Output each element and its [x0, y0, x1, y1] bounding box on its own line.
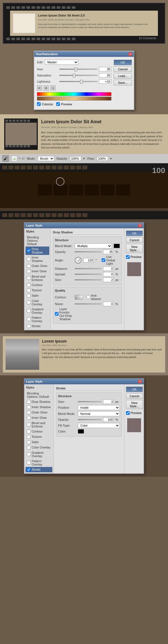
- contour-swatch[interactable]: [75, 295, 83, 299]
- texture-checkbox-2[interactable]: [27, 435, 31, 439]
- ls-sidebar-bevel-emboss[interactable]: Bevel and Emboss: [25, 274, 49, 282]
- bevel-emboss-checkbox-2[interactable]: [27, 423, 31, 426]
- hue-slider-thumb[interactable]: [74, 68, 77, 71]
- use-global-light-checkbox[interactable]: [102, 258, 105, 262]
- angle-value[interactable]: [83, 258, 94, 262]
- ls-preview-checkbox-2[interactable]: [126, 411, 130, 415]
- stroke-size-value[interactable]: [103, 399, 114, 404]
- colorize-checkbox[interactable]: [37, 102, 41, 106]
- stroke-checkbox[interactable]: [27, 324, 31, 328]
- brush-preview[interactable]: 🍃: [11, 155, 17, 162]
- size-value[interactable]: [103, 278, 114, 282]
- dialog-close-btn[interactable]: ✕: [128, 52, 132, 56]
- stroke-checkbox-2[interactable]: [27, 468, 31, 471]
- ls-sidebar-2-outer-glow[interactable]: Outer Glow: [25, 410, 52, 415]
- texture-checkbox[interactable]: [27, 289, 31, 292]
- drop-shadow-checkbox[interactable]: [27, 249, 31, 252]
- ls-new-style-button-1[interactable]: New Style...: [126, 244, 143, 253]
- ls-sidebar-2-gradient-overlay[interactable]: Gradient Overlay: [25, 450, 52, 459]
- ls-sidebar-gradient-overlay[interactable]: Gradient Overlay: [25, 307, 49, 315]
- cancel-button[interactable]: Cancel: [114, 66, 132, 72]
- saturation-slider-thumb[interactable]: [73, 74, 76, 78]
- flow-chevron[interactable]: ▶: [110, 157, 112, 160]
- opacity-chevron[interactable]: ▶: [83, 157, 85, 160]
- drop-shadow-checkbox-2[interactable]: [27, 400, 31, 404]
- ls-sidebar-2-contour[interactable]: Contour: [25, 429, 52, 434]
- canvas-area[interactable]: 100: [0, 163, 168, 219]
- ls-sidebar-color-overlay[interactable]: Color Overlay: [25, 298, 49, 307]
- hue-value-input[interactable]: [99, 67, 111, 71]
- ls-close-btn-2[interactable]: ✕: [138, 380, 142, 383]
- spread-slider[interactable]: [75, 274, 101, 275]
- ok-button[interactable]: OK: [114, 60, 132, 65]
- ls-sidebar-2-color-overlay[interactable]: Color Overlay: [25, 445, 52, 450]
- ls-sidebar-texture[interactable]: Texture: [25, 288, 49, 293]
- color-overlay-checkbox[interactable]: [27, 301, 31, 304]
- ls-ok-button-1[interactable]: OK: [126, 231, 143, 236]
- inner-shadow-checkbox[interactable]: [27, 257, 31, 261]
- lightness-value-input[interactable]: [99, 79, 111, 84]
- eyedropper-icon[interactable]: ✏: [37, 85, 42, 90]
- opacity-value[interactable]: [103, 250, 114, 254]
- size-slider[interactable]: [75, 279, 101, 280]
- stroke-color-swatch[interactable]: [78, 429, 84, 434]
- ls-sidebar-inner-shadow[interactable]: Inner Shadow: [25, 255, 49, 263]
- outer-glow-checkbox-2[interactable]: [27, 411, 31, 414]
- ls-sidebar-satin[interactable]: Satin: [25, 293, 49, 298]
- contour-checkbox[interactable]: [27, 283, 31, 287]
- satin-checkbox-2[interactable]: [27, 440, 31, 444]
- noise-slider[interactable]: [75, 303, 101, 304]
- lightness-slider[interactable]: [59, 81, 97, 82]
- ls-sidebar-blending-options[interactable]: Blending Options: Default: [25, 235, 49, 247]
- outer-glow-checkbox[interactable]: [27, 264, 31, 268]
- opacity-input[interactable]: [70, 156, 81, 161]
- gradient-overlay-checkbox[interactable]: [27, 309, 31, 313]
- edit-select[interactable]: Master: [45, 60, 78, 65]
- gradient-overlay-checkbox-2[interactable]: [27, 452, 31, 456]
- ls-sidebar-2-blending-options[interactable]: Blending Options: Default: [25, 391, 52, 399]
- ls-sidebar-2-pattern-overlay[interactable]: Pattern Overlay: [25, 459, 52, 467]
- brush-tool-icon[interactable]: 🖌: [2, 155, 9, 162]
- ls-sidebar-2-drop-shadow[interactable]: Drop Shadow: [25, 399, 52, 404]
- stroke-position-select[interactable]: Inside: [78, 405, 120, 410]
- opacity-slider[interactable]: [75, 251, 101, 252]
- stroke-fill-type-select[interactable]: Color: [78, 423, 120, 428]
- satin-checkbox[interactable]: [27, 294, 31, 297]
- layer-knocks-checkbox[interactable]: [55, 312, 59, 316]
- inner-glow-checkbox-2[interactable]: [27, 416, 31, 420]
- ls-sidebar-pattern-overlay[interactable]: Pattern Overlay: [25, 315, 49, 324]
- ls-ok-button-2[interactable]: OK: [126, 387, 143, 392]
- noise-value[interactable]: [103, 302, 114, 306]
- ls-cancel-button-1[interactable]: Cancel: [126, 237, 143, 243]
- spread-value[interactable]: [103, 272, 114, 276]
- saturation-slider[interactable]: [59, 75, 97, 76]
- ls-preview-checkbox-1[interactable]: [126, 255, 130, 259]
- anti-aliased-checkbox[interactable]: [87, 295, 90, 299]
- brush-size-chevron[interactable]: ▼: [18, 157, 21, 160]
- lightness-slider-thumb[interactable]: [80, 80, 83, 84]
- ls-close-btn[interactable]: ✕: [138, 224, 142, 227]
- ls-sidebar-2-satin[interactable]: Satin: [25, 440, 52, 445]
- ls-cancel-button-2[interactable]: Cancel: [126, 393, 143, 399]
- ls-sidebar-2-texture[interactable]: Texture: [25, 434, 52, 440]
- inner-glow-checkbox[interactable]: [27, 269, 31, 273]
- distance-value[interactable]: [103, 266, 114, 271]
- saturation-value-input[interactable]: [99, 73, 111, 78]
- pattern-overlay-checkbox[interactable]: [27, 317, 31, 321]
- color-overlay-checkbox-2[interactable]: [27, 446, 31, 449]
- ls-sidebar-outer-glow[interactable]: Outer Glow: [25, 263, 49, 269]
- stroke-blend-mode-select[interactable]: Normal: [78, 411, 120, 416]
- ls-sidebar-2-inner-shadow[interactable]: Inner Shadow: [25, 404, 52, 410]
- ls-sidebar-inner-glow[interactable]: Inner Glow: [25, 269, 49, 274]
- stroke-opacity-slider[interactable]: [78, 419, 101, 420]
- bevel-emboss-checkbox[interactable]: [27, 276, 31, 280]
- inner-shadow-checkbox-2[interactable]: [27, 405, 31, 409]
- stroke-opacity-value[interactable]: [103, 417, 114, 422]
- preview-checkbox[interactable]: [56, 102, 60, 106]
- ls-sidebar-2-inner-glow[interactable]: Inner Glow: [25, 415, 52, 420]
- stroke-size-slider[interactable]: [78, 401, 101, 402]
- flow-input[interactable]: [97, 156, 108, 161]
- blend-mode-select[interactable]: Multiply: [75, 243, 112, 248]
- angle-dial[interactable]: [75, 257, 81, 264]
- pattern-overlay-checkbox-2[interactable]: [27, 461, 31, 464]
